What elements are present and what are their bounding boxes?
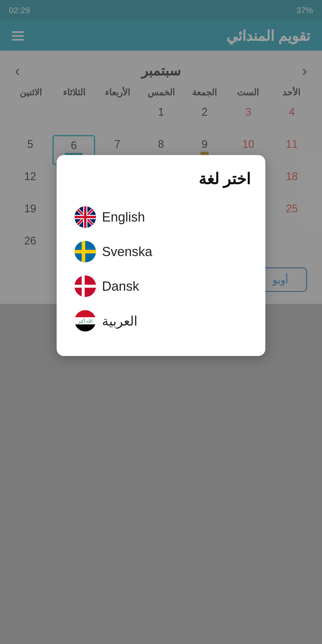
svg-rect-7 [75, 285, 96, 288]
svg-rect-10 [75, 310, 96, 317]
svg-text:الله أكبر: الله أكبر [78, 318, 92, 324]
language-option-arabic[interactable]: العربية الله أكبر [72, 304, 250, 338]
language-label-dansk: Dansk [102, 279, 139, 294]
flag-uk [75, 206, 96, 228]
flag-iq: الله أكبر [75, 310, 96, 332]
flag-dk [75, 275, 96, 297]
language-option-english[interactable]: English [72, 200, 250, 234]
language-label-arabic: العربية [102, 313, 137, 329]
language-option-svenska[interactable]: Svenska [72, 234, 250, 269]
svg-rect-4 [75, 250, 96, 253]
svg-rect-12 [75, 324, 96, 332]
dialog-title: اختر لغة [72, 170, 250, 188]
language-label-english: English [102, 210, 145, 225]
language-label-svenska: Svenska [102, 244, 152, 259]
language-option-dansk[interactable]: Dansk [72, 269, 250, 304]
flag-se [75, 241, 96, 262]
dialog-overlay: اختر لغة English Svenska [0, 0, 322, 644]
language-dialog: اختر لغة English Svenska [57, 155, 265, 356]
